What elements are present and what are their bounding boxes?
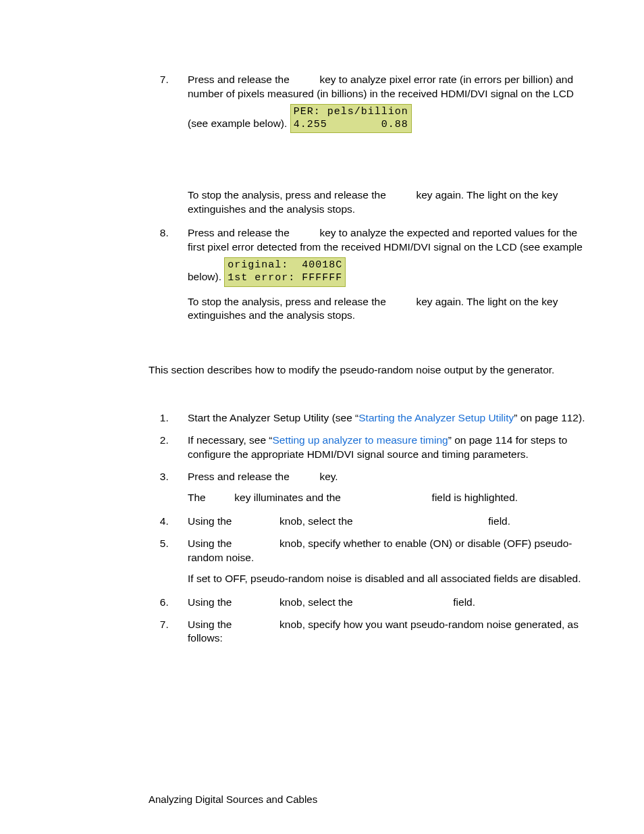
s3-line2: The key illuminates and the field is hig… — [188, 491, 594, 505]
section-intro: This section describes how to modify the… — [149, 363, 594, 377]
s3-line2a: The — [188, 492, 209, 503]
step8-text-a: Press and release the — [188, 227, 292, 238]
s1-b: ” on page 112). — [514, 412, 585, 423]
step7-stop-a: To stop the analysis, press and release … — [188, 189, 389, 201]
s5-b: knob, specify whether to enable (ON) or … — [188, 538, 572, 563]
s5-a: Using the — [188, 538, 235, 549]
s7-a: Using the — [188, 619, 235, 630]
link-setup-timing[interactable]: Setting up analyzer to measure timing — [272, 434, 448, 446]
s5-c: If set to OFF, pseudo-random noise is di… — [188, 572, 594, 586]
lcd-display-per: PER: pels/billion 4.255 0.88 — [290, 104, 412, 134]
s4-b: knob, select the — [277, 515, 356, 527]
sub-step-4: Using the knob, select the field. — [171, 515, 594, 529]
sub-step-2: If necessary, see “Setting up analyzer t… — [171, 434, 594, 462]
page: Press and release the key to analyze pix… — [0, 0, 644, 834]
link-start-analyzer[interactable]: Starting the Analyzer Setup Utility — [358, 412, 514, 423]
s2-a: If necessary, see “ — [188, 434, 272, 446]
step-7: Press and release the key to analyze pix… — [171, 73, 594, 217]
lcd-per-line2: 4.255 0.88 — [294, 119, 408, 130]
sub-step-3: Press and release the key. The key illum… — [171, 470, 594, 505]
lcd-per-line1: PER: pels/billion — [294, 106, 408, 118]
lcd-err-line2: 1st error: FFFFFF — [227, 272, 342, 284]
step7-stop: To stop the analysis, press and release … — [188, 188, 594, 217]
step8-stop: To stop the analysis, press and release … — [188, 295, 594, 323]
sub-step-5: Using the knob, specify whether to enabl… — [171, 537, 594, 586]
s4-a: Using the — [188, 515, 235, 527]
s3-line1a: Press and release the — [188, 471, 292, 482]
s6-b: knob, select the — [277, 596, 356, 608]
sub-step-1: Start the Analyzer Setup Utility (see “S… — [171, 411, 594, 425]
s3-line1b: key. — [317, 471, 338, 482]
step7-text-a: Press and release the — [188, 74, 292, 85]
footer-chapter: Analyzing Digital Sources and Cables — [149, 793, 317, 805]
s1-a: Start the Analyzer Setup Utility (see “ — [188, 412, 358, 423]
section-intro-block: This section describes how to modify the… — [149, 363, 594, 377]
s3-line2c: field is highlighted. — [429, 492, 518, 503]
s7-b: knob, specify how you want pseudo-random… — [188, 619, 579, 644]
spacer — [149, 387, 594, 411]
spacer — [188, 141, 594, 188]
procedure-list-lower: Start the Analyzer Setup Utility (see “S… — [171, 411, 594, 646]
step8-stop-a: To stop the analysis, press and release … — [188, 296, 389, 307]
s4-c: field. — [485, 515, 510, 527]
s6-c: field. — [450, 596, 475, 608]
sub-step-6: Using the knob, select the field. — [171, 596, 594, 610]
sub-step-7: Using the knob, specify how you want pse… — [171, 618, 594, 646]
step-8: Press and release the key to analyze the… — [171, 226, 594, 323]
s3-line2b: key illuminates and the — [232, 492, 344, 503]
lcd-display-error: original: 40018C 1st error: FFFFFF — [224, 257, 346, 287]
page-content: Press and release the key to analyze pix… — [149, 73, 594, 654]
procedure-list-upper: Press and release the key to analyze pix… — [171, 73, 594, 323]
s6-a: Using the — [188, 596, 235, 608]
lcd-err-line1: original: 40018C — [227, 259, 342, 271]
